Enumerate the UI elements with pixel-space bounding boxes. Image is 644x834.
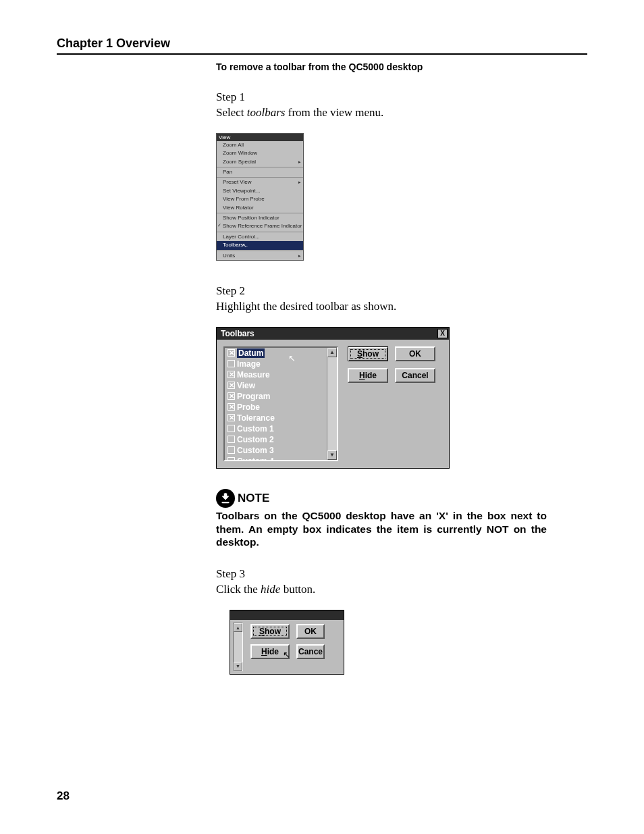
checkbox-icon[interactable] (227, 457, 235, 461)
hide-button-figure: ▲ ▼ Show OK Hide Cance ↖ (230, 610, 344, 675)
note-arrow-icon (216, 489, 235, 508)
list-item-label: Program (237, 392, 270, 401)
checkbox-icon[interactable]: ✕ (227, 371, 235, 378)
menu-item[interactable]: Toolbars...↖ (217, 241, 303, 249)
menu-item[interactable]: Show Reference Frame Indicator (217, 222, 303, 230)
list-item-label: Tolerance (237, 413, 275, 423)
list-item-label: Datum (237, 348, 265, 358)
close-icon[interactable]: X (437, 329, 448, 338)
fig3-scrollbar[interactable]: ▲ ▼ (233, 623, 243, 671)
hide-button[interactable]: Hide (348, 368, 388, 383)
step1-text-italic: toolbars (247, 106, 286, 119)
checkbox-icon[interactable] (227, 425, 235, 432)
scroll-up-icon[interactable]: ▲ (234, 623, 242, 632)
step1-text: Select toolbars from the view menu. (216, 105, 587, 121)
list-item[interactable]: ✕Tolerance (225, 413, 337, 423)
step1-text-a: Select (216, 106, 247, 119)
dialog-title-text: Toolbars (221, 329, 254, 338)
menu-item[interactable]: View Rotator (217, 204, 303, 212)
list-item[interactable]: Custom 3 (225, 445, 337, 456)
list-item-label: Custom 4 (237, 457, 274, 461)
list-item[interactable]: ✕Measure (225, 369, 337, 380)
view-menu-title: View (217, 134, 303, 141)
dialog-titlebar: Toolbars X (217, 328, 449, 340)
menu-item[interactable]: Show Position Indicator (217, 214, 303, 222)
list-item-label: Measure (237, 370, 270, 380)
list-item[interactable]: ✕Program (225, 391, 337, 402)
menu-item[interactable]: Set Viewpoint... (217, 187, 303, 195)
menu-item[interactable]: Zoom All (217, 141, 303, 149)
page-number: 28 (57, 789, 70, 803)
scroll-down-icon[interactable]: ▼ (234, 662, 242, 671)
step3-label: Step 3 (216, 567, 587, 582)
list-item-label: Image (237, 359, 261, 369)
cursor-icon: ↖ (242, 242, 247, 249)
ok-button[interactable]: OK (395, 346, 435, 361)
menu-item[interactable]: Units (217, 252, 303, 260)
step3-text-b: button. (280, 583, 315, 596)
step1-block: Step 1 Select toolbars from the view men… (216, 90, 587, 121)
step3-text-italic: hide (261, 583, 280, 596)
step2-label: Step 2 (216, 284, 587, 299)
show-button[interactable]: Show (348, 346, 388, 361)
list-item[interactable]: Custom 2 (225, 434, 337, 445)
note-block: NOTE Toolbars on the QC5000 desktop have… (216, 489, 547, 549)
step2-block: Step 2 Highlight the desired toolbar as … (216, 284, 587, 315)
list-item-label: Custom 3 (237, 446, 274, 455)
list-item[interactable]: Custom 4 (225, 456, 337, 461)
cancel-button[interactable]: Cancel (395, 368, 435, 383)
list-item-label: Custom 2 (237, 435, 274, 444)
step2-text: Highlight the desired toolbar as shown. (216, 299, 587, 315)
cursor-icon: ↖ (283, 650, 290, 660)
show-button[interactable]: Show (250, 624, 290, 639)
list-item[interactable]: ✕Datum (225, 348, 337, 359)
toolbars-dialog-figure: Toolbars X ✕DatumImage✕Measure✕View✕Prog… (216, 327, 587, 469)
checkbox-icon[interactable]: ✕ (227, 392, 235, 400)
step1-text-b: from the view menu. (285, 106, 383, 119)
menu-item[interactable]: Pan (217, 168, 303, 176)
list-item[interactable]: ✕View (225, 380, 337, 391)
checkbox-icon[interactable]: ✕ (227, 414, 235, 421)
toolbars-listbox[interactable]: ✕DatumImage✕Measure✕View✕Program✕Probe✕T… (223, 346, 338, 461)
step3-block: Step 3 Click the hide button. (216, 567, 587, 598)
note-label: NOTE (238, 492, 269, 505)
list-item[interactable]: Custom 1 (225, 423, 337, 434)
step3-text-a: Click the (216, 583, 261, 596)
checkbox-icon[interactable] (227, 446, 235, 454)
step1-label: Step 1 (216, 90, 587, 105)
list-item-label: Probe (237, 402, 260, 412)
list-item-label: View (237, 381, 255, 390)
menu-item[interactable]: View From Probe (217, 195, 303, 203)
ok-button[interactable]: OK (296, 624, 325, 639)
note-text: Toolbars on the QC5000 desktop have an '… (216, 509, 547, 549)
cursor-icon: ↖ (288, 353, 296, 363)
listbox-scrollbar[interactable]: ▲ ▼ (327, 348, 337, 460)
scroll-up-icon[interactable]: ▲ (327, 348, 337, 357)
menu-item[interactable]: Zoom Special (217, 158, 303, 166)
menu-item[interactable]: Zoom Window (217, 149, 303, 157)
chapter-header: Chapter 1 Overview (57, 36, 587, 55)
section-title: To remove a toolbar from the QC5000 desk… (216, 61, 587, 72)
checkbox-icon[interactable]: ✕ (227, 382, 235, 389)
svg-rect-0 (224, 493, 227, 497)
checkbox-icon[interactable]: ✕ (227, 403, 235, 411)
list-item[interactable]: Image (225, 359, 337, 369)
view-menu-figure: View Zoom AllZoom WindowZoom SpecialPanP… (216, 133, 304, 261)
list-item[interactable]: ✕Probe (225, 402, 337, 413)
checkbox-icon[interactable] (227, 360, 235, 367)
checkbox-icon[interactable]: ✕ (227, 349, 235, 357)
menu-item[interactable]: Layer Control... (217, 233, 303, 241)
step3-text: Click the hide button. (216, 582, 587, 598)
list-item-label: Custom 1 (237, 424, 274, 434)
checkbox-icon[interactable] (227, 436, 235, 443)
cancel-button[interactable]: Cance (296, 644, 325, 659)
menu-item[interactable]: Preset View (217, 178, 303, 186)
scroll-down-icon[interactable]: ▼ (327, 450, 337, 460)
